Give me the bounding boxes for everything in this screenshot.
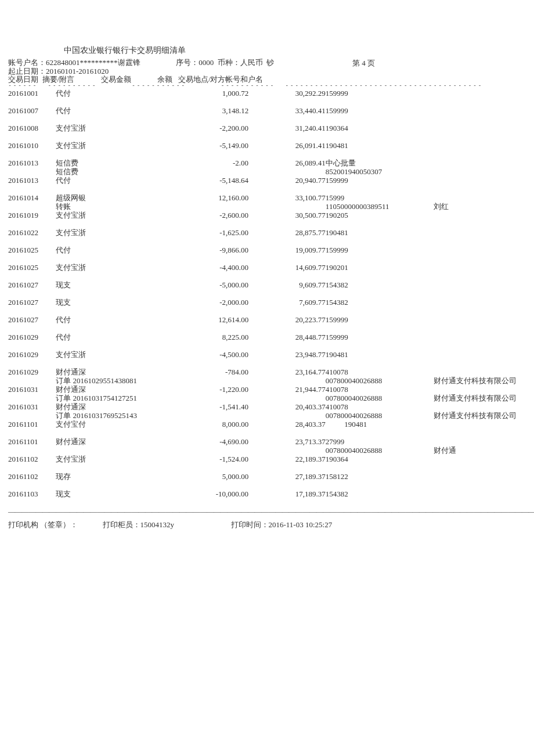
row-spacer [8, 429, 526, 437]
cell-date: 20161027 [8, 280, 56, 289]
cell-desc: 现支 [56, 489, 171, 498]
cell-balance: 20,223.77 [248, 315, 326, 324]
cell-extra-sub: 财付通支付科技有限公司 [434, 376, 526, 385]
row-spacer [8, 237, 526, 246]
cell-location: 154382 [326, 489, 434, 498]
table-row-sub: 短信费852001940050307 [8, 167, 526, 176]
cell-balance: 26,091.41 [248, 141, 326, 150]
account-label: 账号户名： [8, 58, 46, 67]
cell-date: 20161013 [8, 159, 56, 167]
cell-amount: -2.00 [171, 159, 248, 167]
cell-desc-sub: 短信费 [56, 167, 171, 176]
cell-location-sub: 007800040026888 [326, 446, 434, 455]
cell-location-sub: 007800040026888 [326, 411, 434, 420]
cell-location: 410078 [326, 385, 434, 394]
cell-desc: 财付通深 [56, 402, 171, 411]
cell-location-sub: 11050000000389511 [326, 202, 434, 211]
cell-date: 20161027 [8, 298, 56, 307]
cell-date: 20161101 [8, 420, 56, 429]
cell-desc: 代付 [56, 246, 171, 254]
cell-desc: 支付宝浙 [56, 455, 171, 463]
cell-location: 159999 [326, 106, 434, 115]
cell-extra [434, 368, 526, 376]
cell-extra [434, 350, 526, 359]
table-row: 20161029支付宝浙-4,500.0023,948.77190481 [8, 350, 526, 359]
table-row: 20161101财付通深-4,690.0023,713.3727999 [8, 437, 526, 446]
footer-separator: ————————————————————————————————————————… [8, 507, 526, 516]
table-row: 20161029代付8,225.0028,448.77159999 [8, 333, 526, 341]
cell-extra [434, 176, 526, 185]
cell-amount: -784.00 [171, 368, 248, 376]
footer-time-label: 打印时间： [231, 520, 269, 529]
cell-location: 410078 [326, 368, 434, 376]
cell-desc: 财付通深 [56, 368, 171, 376]
cell-extra [434, 402, 526, 411]
cell-date: 20161103 [8, 489, 56, 498]
cell-amount: -2,600.00 [171, 211, 248, 219]
daterange-value: 20160101-20161020 [46, 67, 109, 75]
footer-time-value: 2016-11-03 10:25:27 [269, 520, 333, 529]
cell-location: 190481 [326, 228, 434, 237]
row-spacer [8, 307, 526, 315]
cell-extra [434, 159, 526, 167]
table-row: 20161008支付宝浙-2,200.0031,240.41190364 [8, 124, 526, 132]
seq-label: 序号： [176, 58, 199, 67]
row-spacer [8, 115, 526, 124]
table-row: 20161101支付宝付8,000.0028,403.37 190481 [8, 420, 526, 429]
table-row: 20161031财付通深-1,541.4020,403.37410078 [8, 402, 526, 411]
table-row: 20161027现支-5,000.009,609.77154382 [8, 280, 526, 289]
table-row: 20161013短信费-2.0026,089.41中心批量 [8, 159, 526, 167]
cell-desc: 现存 [56, 472, 171, 481]
footer-teller-value: 15004132y [140, 520, 175, 529]
cell-desc: 代付 [56, 106, 171, 115]
cell-date: 20161010 [8, 141, 56, 150]
cell-date: 20161008 [8, 124, 56, 132]
cell-desc: 财付通深 [56, 385, 171, 394]
col-loc: 交易地点/对方帐号和户名 [178, 75, 264, 84]
cell-balance: 31,240.41 [248, 124, 326, 132]
table-row: 20161010支付宝浙-5,149.0026,091.41190481 [8, 141, 526, 150]
cell-amount: 12,160.00 [171, 193, 248, 202]
cell-extra [434, 263, 526, 272]
cell-extra-sub: 刘红 [434, 202, 526, 211]
cell-extra [434, 437, 526, 446]
cell-date: 20161031 [8, 402, 56, 411]
row-spacer [8, 341, 526, 350]
cell-amount: -10,000.00 [171, 489, 248, 498]
cell-balance: 33,440.41 [248, 106, 326, 115]
cell-desc: 代付 [56, 333, 171, 341]
seq-value: 0000 [199, 58, 214, 67]
cell-desc: 支付宝浙 [56, 263, 171, 272]
cell-amount: -1,541.40 [171, 402, 248, 411]
page-number: 第 4 页 [352, 58, 375, 69]
row-spacer [8, 254, 526, 263]
table-row: 20161014超级网银12,160.0033,100.7715999 [8, 193, 526, 202]
cell-location: 154382 [326, 298, 434, 307]
cell-desc: 支付宝浙 [56, 124, 171, 132]
cell-amount: -2,000.00 [171, 298, 248, 307]
cell-extra-sub: 财付通 [434, 446, 526, 455]
table-row: 20161102支付宝浙-1,524.0022,189.37190364 [8, 455, 526, 463]
cell-extra [434, 246, 526, 254]
cell-date: 20161007 [8, 106, 56, 115]
cell-balance: 22,189.37 [248, 455, 326, 463]
table-row: 20161027代付12,614.0020,223.77159999 [8, 315, 526, 324]
cell-amount: -1,220.00 [171, 385, 248, 394]
cell-location: 中心批量 [326, 159, 434, 167]
cell-extra [434, 455, 526, 463]
cell-location: 190364 [326, 455, 434, 463]
cell-amount: -4,690.00 [171, 437, 248, 446]
cell-desc-sub: 订单 20161031754127251 [56, 394, 171, 402]
table-row: 20161102现存5,000.0027,189.37158122 [8, 472, 526, 481]
row-spacer [8, 150, 526, 159]
cell-location: 159999 [326, 315, 434, 324]
cell-desc: 超级网银 [56, 193, 171, 202]
cell-balance: 19,009.77 [248, 246, 326, 254]
cell-extra [434, 124, 526, 132]
cell-date: 20161029 [8, 333, 56, 341]
cell-extra [434, 333, 526, 341]
currency-label: 币种： [218, 58, 240, 67]
currency-value: 人民币 [240, 58, 263, 67]
cell-date: 20161101 [8, 437, 56, 446]
cell-location: 159999 [326, 89, 434, 98]
